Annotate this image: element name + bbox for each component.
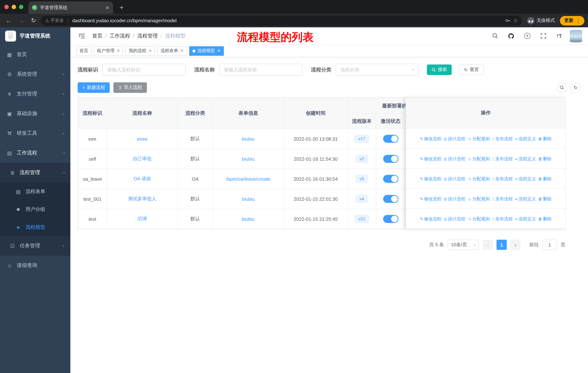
search-button[interactable]: 搜索 xyxy=(427,64,452,75)
reload-button[interactable]: ↻ xyxy=(28,15,39,26)
tag-my-process[interactable]: 我的流程 ✕ xyxy=(126,46,155,56)
row-action-link[interactable]: 删除 xyxy=(538,176,552,181)
active-toggle[interactable] xyxy=(383,195,398,203)
row-action-link[interactable]: 修改流程 xyxy=(420,176,441,181)
row-action-link[interactable]: 流程定义 xyxy=(515,216,536,222)
window-zoom-button[interactable] xyxy=(19,5,23,9)
forward-button[interactable]: → xyxy=(16,15,26,26)
toggle-search-button[interactable] xyxy=(557,82,567,93)
row-action-link[interactable]: 分配规则 xyxy=(468,216,490,222)
back-button[interactable]: ← xyxy=(4,15,14,26)
active-toggle[interactable] xyxy=(383,155,398,163)
avatar[interactable] xyxy=(570,30,582,42)
password-key-icon[interactable] xyxy=(505,18,511,23)
row-action-link[interactable]: 分配规则 xyxy=(468,136,490,141)
process-name-input[interactable] xyxy=(219,64,302,76)
breadcrumb-item[interactable]: 工作流程 xyxy=(105,33,130,39)
row-action-link[interactable]: 删除 xyxy=(538,136,552,141)
tag-close-icon[interactable]: ✕ xyxy=(217,49,220,53)
cell-process-name-link[interactable]: eeee xyxy=(107,129,178,149)
row-action-link[interactable]: 分配规则 xyxy=(468,176,490,181)
version-badge[interactable]: v2 xyxy=(356,155,368,163)
row-action-link[interactable]: 发布流程 xyxy=(492,216,513,222)
import-process-button[interactable]: ↥ 导入流程 xyxy=(114,82,147,93)
breadcrumb-item[interactable]: 流程管理 xyxy=(133,33,158,39)
cell-form-link[interactable]: biubiu xyxy=(213,129,284,149)
sidebar-item-process-form[interactable]: ▤ 流程表单 xyxy=(0,182,70,200)
tag-close-icon[interactable]: ✕ xyxy=(180,49,184,53)
create-process-button[interactable]: + 新建流程 xyxy=(78,82,110,93)
version-badge[interactable]: v17 xyxy=(355,135,369,143)
row-action-link[interactable]: 删除 xyxy=(538,156,552,161)
font-size-icon[interactable]: TT xyxy=(554,30,565,41)
cell-process-name-link[interactable]: 自己审批 xyxy=(107,149,178,169)
menu-kebab-icon[interactable]: ⋮ xyxy=(576,18,581,23)
browser-tab[interactable]: 芋道管理系统 ✕ xyxy=(28,1,113,14)
next-page-button[interactable]: › xyxy=(510,240,521,250)
bookmark-star-icon[interactable]: ☆ xyxy=(514,18,518,23)
prev-page-button[interactable]: ‹ xyxy=(483,240,493,250)
sidebar-item-process-management[interactable]: ≣ 流程管理 › xyxy=(0,163,70,182)
row-action-link[interactable]: 发布流程 xyxy=(492,136,513,141)
tag-process-model[interactable]: 流程模型 ✕ xyxy=(189,46,224,56)
row-action-link[interactable]: 修改流程 xyxy=(420,196,441,201)
row-action-link[interactable]: 流程定义 xyxy=(515,156,536,161)
sidebar-item-task-management[interactable]: ☑ 任务管理 › xyxy=(0,236,70,256)
sidebar-item-pay[interactable]: ¥ 支付管理 › xyxy=(0,84,70,104)
sidebar-item-dev-tools[interactable]: ⚒ 研发工具 › xyxy=(0,123,70,143)
security-indicator[interactable]: ⚠ 不安全 xyxy=(45,18,64,24)
sidebar-fold-icon[interactable] xyxy=(76,30,87,41)
row-action-link[interactable]: 修改流程 xyxy=(420,136,441,141)
sidebar-item-workflow[interactable]: ▤ 工作流程 › xyxy=(0,143,70,163)
window-close-button[interactable] xyxy=(4,5,9,9)
active-toggle[interactable] xyxy=(383,215,398,223)
sidebar-item-leave-query[interactable]: ☺ 请假查询 xyxy=(0,256,70,275)
version-badge[interactable]: v5 xyxy=(356,175,368,183)
tag-process-form[interactable]: 流程表单 ✕ xyxy=(157,46,187,56)
active-toggle[interactable] xyxy=(383,175,398,183)
tag-close-icon[interactable]: ✕ xyxy=(148,49,152,53)
cell-form-link[interactable]: biubiu xyxy=(213,209,284,229)
row-action-link[interactable]: 发布流程 xyxy=(492,196,513,201)
sidebar-item-home[interactable]: ▦ 首页 xyxy=(0,45,70,64)
github-icon[interactable] xyxy=(506,30,516,41)
row-action-link[interactable]: 发布流程 xyxy=(492,176,513,181)
breadcrumb-item[interactable]: 首页 xyxy=(92,33,102,39)
cell-process-name-link[interactable]: 测试多审批人 xyxy=(107,189,178,209)
row-action-link[interactable]: 分配规则 xyxy=(468,156,490,161)
cell-process-name-link[interactable]: OA 请假 xyxy=(107,169,178,189)
cell-process-name-link[interactable]: 滔博 xyxy=(107,209,178,229)
tag-home[interactable]: 首页 xyxy=(76,46,92,56)
category-select[interactable]: 流程分类 › xyxy=(336,64,419,76)
sidebar-item-system[interactable]: ⚙ 系统管理 › xyxy=(0,64,70,84)
version-badge[interactable]: v4 xyxy=(356,195,368,203)
url-bar[interactable]: ⚠ 不安全 | dashboard.yudao.iocoder.cn/bpm/m… xyxy=(41,15,522,26)
row-action-link[interactable]: 设计流程 xyxy=(444,196,465,201)
cell-form-link[interactable]: /bpm/oa/leave/create xyxy=(213,169,284,189)
row-action-link[interactable]: 流程定义 xyxy=(515,196,536,201)
row-action-link[interactable]: 设计流程 xyxy=(444,136,465,141)
window-minimize-button[interactable] xyxy=(12,5,16,9)
sidebar-item-user-group[interactable]: ☻ 用户分组 xyxy=(0,200,70,218)
sidebar-item-infra[interactable]: ▣ 基础设施 › xyxy=(0,104,70,123)
new-tab-button[interactable]: + xyxy=(117,1,126,14)
page-size-select[interactable]: 10条/页 › xyxy=(448,240,479,250)
version-badge[interactable]: v21 xyxy=(355,215,369,223)
active-toggle[interactable] xyxy=(383,135,398,143)
row-action-link[interactable]: 设计流程 xyxy=(444,176,465,181)
row-action-link[interactable]: 修改流程 xyxy=(420,156,441,161)
row-action-link[interactable]: 修改流程 xyxy=(420,216,441,222)
row-action-link[interactable]: 发布流程 xyxy=(492,156,513,161)
update-button[interactable]: 更新 ⋮ xyxy=(560,16,584,25)
row-action-link[interactable]: 设计流程 xyxy=(444,216,465,222)
process-id-input[interactable] xyxy=(102,64,186,76)
help-icon[interactable]: ? xyxy=(522,30,533,41)
row-action-link[interactable]: 删除 xyxy=(538,196,552,201)
sidebar-item-process-model[interactable]: ➤ 流程模型 xyxy=(0,218,70,236)
row-action-link[interactable]: 流程定义 xyxy=(515,176,536,181)
fullscreen-icon[interactable] xyxy=(538,30,549,41)
cell-form-link[interactable]: biubiu xyxy=(213,149,284,169)
goto-page-input[interactable] xyxy=(542,240,557,250)
row-action-link[interactable]: 流程定义 xyxy=(515,136,536,141)
search-icon[interactable] xyxy=(490,30,501,41)
